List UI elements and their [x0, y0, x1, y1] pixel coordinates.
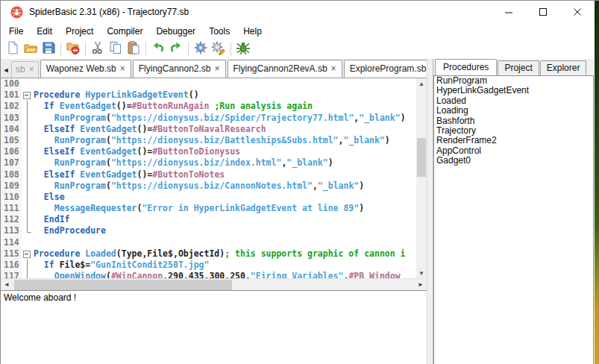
log-panel[interactable]: Welcome aboard !: [1, 290, 427, 364]
editor-tab-waponez-web-sb[interactable]: Waponez Web.sb×: [40, 60, 131, 78]
new-file-button[interactable]: [4, 41, 22, 57]
code-line[interactable]: 110 Else: [1, 192, 416, 203]
close-button[interactable]: [560, 1, 595, 23]
code-line[interactable]: 103 RunProgram("https://dionysus.biz/Spi…: [1, 113, 416, 124]
fold-margin: [22, 101, 34, 112]
procedure-item-gadget0[interactable]: Gadget0: [434, 156, 593, 166]
fold-margin: [22, 113, 34, 124]
scroll-right-icon[interactable]: ►: [415, 279, 427, 291]
fold-margin: [22, 157, 34, 169]
scroll-left-icon[interactable]: ◄: [1, 279, 13, 291]
code-line[interactable]: 105 RunProgram("https://dionysus.biz/Bat…: [1, 135, 416, 146]
editor-horizontal-scrollbar[interactable]: ◄ ►: [1, 278, 427, 290]
code-line[interactable]: 101Procedure HyperLinkGadgetEvent(): [1, 90, 416, 101]
menu-edit[interactable]: Edit: [30, 24, 59, 39]
line-number: 112: [1, 214, 22, 225]
code-line[interactable]: 107 RunProgram("https://dionysus.biz/ind…: [1, 157, 416, 169]
panel-splitter[interactable]: [427, 59, 433, 364]
code-line[interactable]: 112 EndIf: [1, 214, 416, 225]
procedure-item-renderframe2[interactable]: RenderFrame2: [434, 136, 593, 145]
paste-icon: [126, 40, 141, 58]
tab-close-icon[interactable]: ×: [120, 65, 125, 72]
procedure-item-appcontrol[interactable]: AppControl: [434, 146, 593, 156]
log-message: Welcome aboard !: [4, 292, 76, 303]
code-line[interactable]: 113 EndProcedure: [1, 225, 416, 236]
fold-margin: [22, 124, 34, 135]
procedure-item-loaded[interactable]: Loaded: [434, 96, 593, 106]
scroll-up-icon[interactable]: ▲: [416, 78, 427, 89]
menu-debugger[interactable]: Debugger: [149, 24, 202, 39]
toolbar-separator: [60, 43, 61, 56]
redo-button[interactable]: [167, 41, 185, 57]
menu-bar: FileEditProjectCompilerDebuggerToolsHelp: [1, 23, 595, 40]
code-text: [34, 237, 416, 248]
code-line[interactable]: 106 ElseIf EventGadget()=#ButtonToDionys…: [1, 146, 416, 157]
compile-run-button[interactable]: [192, 41, 210, 57]
code-line[interactable]: 116 If File$="GunInitCondit250T.jpg": [1, 260, 416, 271]
line-number: 114: [1, 237, 22, 248]
toolbar-separator: [145, 43, 146, 56]
code-line[interactable]: 117 OpenWindow(#WinCannon,290,435,300,25…: [1, 271, 416, 278]
procedure-item-hyperlinkgadgetevent[interactable]: HyperLinkGadgetEvent: [434, 86, 593, 95]
code-line[interactable]: 104 ElseIf EventGadget()=#ButtonToNavalR…: [1, 124, 416, 135]
horizontal-scroll-thumb[interactable]: [14, 280, 232, 290]
tab-close-icon[interactable]: ×: [29, 66, 34, 73]
procedures-list[interactable]: RunProgramHyperLinkGadgetEventLoadedLoad…: [433, 75, 594, 364]
fold-collapse-icon[interactable]: [22, 90, 34, 101]
vertical-scroll-thumb[interactable]: [417, 138, 426, 177]
side-tab-procedures[interactable]: Procedures: [435, 59, 497, 75]
menu-tools[interactable]: Tools: [202, 24, 236, 39]
fold-collapse-icon[interactable]: [22, 248, 34, 260]
code-line[interactable]: 100: [1, 78, 416, 90]
scroll-down-icon[interactable]: ▼: [416, 268, 427, 278]
menu-compiler[interactable]: Compiler: [100, 24, 149, 39]
save-file-button[interactable]: [40, 41, 57, 57]
start-debugger-button[interactable]: [234, 41, 252, 57]
menu-project[interactable]: Project: [59, 24, 100, 39]
tab-label: ExploreProgram.sb: [350, 63, 427, 74]
code-line[interactable]: 102 If EventGadget()=#ButtonRunAgain ;Ru…: [1, 101, 416, 112]
code-line[interactable]: 109 RunProgram("https://dionysus.biz/Can…: [1, 181, 416, 192]
side-tab-explorer[interactable]: Explorer: [540, 60, 587, 75]
code-line[interactable]: 115Procedure Loaded(Type,File$,ObjectId)…: [1, 248, 416, 260]
menu-help[interactable]: Help: [236, 24, 269, 39]
close-file-button[interactable]: [64, 41, 82, 57]
close-file-icon: [66, 40, 81, 58]
code-area[interactable]: 100101Procedure HyperLinkGadgetEvent()10…: [1, 78, 416, 278]
open-file-icon: [23, 40, 38, 58]
tab-close-icon[interactable]: ×: [215, 65, 220, 72]
code-text: EndIf: [34, 214, 416, 225]
compiler-options-button[interactable]: [210, 41, 228, 57]
code-editor[interactable]: 100101Procedure HyperLinkGadgetEvent()10…: [1, 78, 427, 278]
title-bar[interactable]: SpiderBasic 2.31 (x86) - Trajectory77.sb: [1, 1, 595, 23]
tab-label: FlyingCannon2.sb: [139, 63, 211, 74]
code-line[interactable]: 108 ElseIf EventGadget()=#ButtonToNotes: [1, 169, 416, 181]
procedure-item-loading[interactable]: Loading: [434, 106, 593, 116]
undo-button[interactable]: [149, 41, 167, 57]
procedure-item-bashforth[interactable]: Bashforth: [434, 116, 593, 126]
procedure-item-runprogram[interactable]: RunProgram: [434, 76, 593, 86]
code-text: Procedure Loaded(Type,File$,ObjectId); t…: [34, 248, 416, 260]
open-file-button[interactable]: [22, 41, 40, 57]
editor-tab-flyingcannon2reva-sb[interactable]: FlyingCannon2RevA.sb×: [228, 60, 342, 78]
window-title: SpiderBasic 2.31 (x86) - Trajectory77.sb: [29, 7, 189, 17]
paste-button[interactable]: [125, 41, 142, 57]
editor-tab-flyingcannon2-sb[interactable]: FlyingCannon2.sb×: [133, 60, 226, 78]
code-line[interactable]: 114: [1, 237, 416, 248]
editor-tab-sb[interactable]: sb×: [11, 61, 39, 78]
tab-scroll-left-icon[interactable]: ◄: [1, 63, 11, 78]
side-tab-project[interactable]: Project: [498, 60, 539, 75]
procedure-item-trajectory[interactable]: Trajectory: [434, 126, 593, 136]
cut-button[interactable]: [89, 41, 107, 57]
toolbar: [1, 40, 595, 59]
code-text: RunProgram("https://dionysus.biz/index.h…: [34, 157, 416, 169]
menu-file[interactable]: File: [2, 24, 30, 39]
tab-close-icon[interactable]: ×: [331, 65, 336, 72]
fold-margin: [22, 181, 34, 192]
copy-button[interactable]: [107, 41, 125, 57]
minimize-button[interactable]: [492, 1, 526, 23]
maximize-button[interactable]: [526, 1, 560, 23]
line-number: 116: [1, 260, 22, 271]
editor-vertical-scrollbar[interactable]: ▲ ▼: [416, 78, 427, 278]
code-line[interactable]: 111 MessageRequester("Error in HyperLink…: [1, 203, 416, 214]
